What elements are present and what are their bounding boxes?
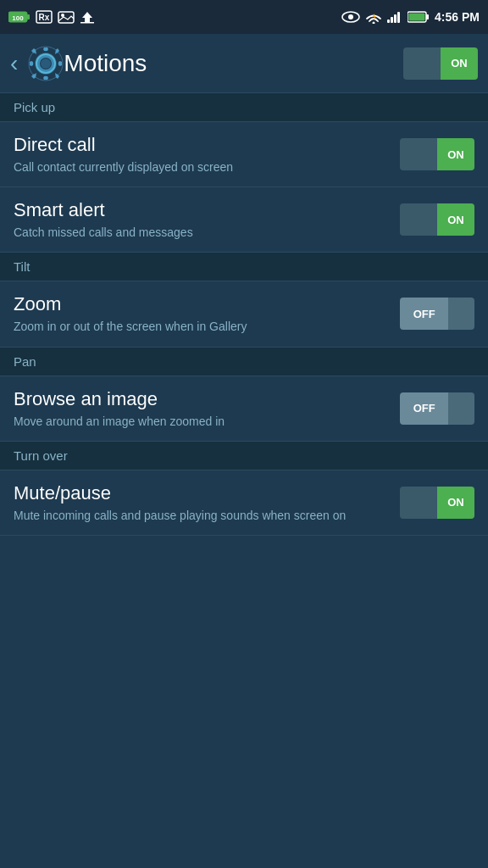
page-title: Motions bbox=[64, 50, 403, 77]
setting-title-direct-call: Direct call bbox=[14, 134, 386, 156]
status-bar: 100 Rx bbox=[0, 0, 488, 34]
setting-text-zoom: Zoom Zoom in or out of the screen when i… bbox=[14, 293, 386, 334]
image-icon bbox=[58, 10, 75, 24]
toggle-browse-image[interactable]: OFF bbox=[400, 392, 474, 425]
svg-rect-19 bbox=[409, 14, 425, 21]
setting-title-smart-alert: Smart alert bbox=[14, 199, 386, 221]
svg-point-11 bbox=[373, 22, 375, 25]
setting-desc-direct-call: Call contact currently displayed on scre… bbox=[14, 159, 386, 175]
setting-title-mute-pause: Mute/pause bbox=[14, 482, 386, 504]
eye-icon bbox=[341, 11, 360, 23]
settings-gear-icon bbox=[28, 46, 64, 81]
page-header: ‹ Motions ON bbox=[0, 34, 488, 93]
section-header-pickup: Pick up bbox=[0, 93, 488, 122]
header-toggle-label: ON bbox=[451, 57, 468, 70]
setting-desc-zoom: Zoom in or out of the screen when in Gal… bbox=[14, 319, 386, 334]
svg-rect-18 bbox=[426, 14, 429, 19]
toggle-smart-alert-label: ON bbox=[447, 214, 464, 226]
svg-rect-13 bbox=[387, 19, 390, 23]
setting-row-zoom[interactable]: Zoom Zoom in or out of the screen when i… bbox=[0, 281, 488, 347]
toggle-direct-call-label: ON bbox=[447, 148, 464, 161]
svg-rect-16 bbox=[397, 12, 400, 23]
section-header-pan: Pan bbox=[0, 348, 488, 376]
main-content: Pick up Direct call Call contact current… bbox=[0, 93, 488, 868]
time-display: 4:56 PM bbox=[435, 10, 480, 24]
svg-rect-5 bbox=[58, 12, 74, 23]
svg-rect-15 bbox=[394, 14, 396, 23]
status-icons-left: 100 Rx bbox=[8, 10, 95, 24]
svg-text:100: 100 bbox=[12, 14, 24, 22]
rx-icon: Rx bbox=[36, 10, 53, 24]
setting-desc-smart-alert: Catch missed calls and messages bbox=[14, 225, 386, 240]
svg-rect-8 bbox=[80, 22, 94, 24]
signal-icon bbox=[387, 11, 402, 23]
toggle-mute-pause[interactable]: ON bbox=[400, 487, 474, 519]
section-header-tilt: Tilt bbox=[0, 253, 488, 281]
setting-text-direct-call: Direct call Call contact currently displ… bbox=[14, 134, 386, 175]
setting-row-direct-call[interactable]: Direct call Call contact currently displ… bbox=[0, 122, 488, 187]
battery-icon bbox=[408, 11, 430, 23]
toggle-direct-call[interactable]: ON bbox=[400, 138, 474, 170]
wifi-icon bbox=[365, 10, 382, 24]
setting-row-mute-pause[interactable]: Mute/pause Mute incoming calls and pause… bbox=[0, 470, 488, 536]
svg-text:Rx: Rx bbox=[39, 13, 50, 22]
setting-desc-mute-pause: Mute incoming calls and pause playing so… bbox=[14, 508, 386, 523]
toggle-mute-pause-label: ON bbox=[447, 496, 464, 509]
status-icons-right: 4:56 PM bbox=[341, 10, 480, 24]
toggle-browse-image-label: OFF bbox=[413, 402, 435, 415]
upload-icon bbox=[80, 10, 95, 24]
battery-full-icon: 100 bbox=[8, 11, 30, 23]
svg-rect-1 bbox=[27, 14, 30, 19]
setting-row-browse-image[interactable]: Browse an image Move around an image whe… bbox=[0, 376, 488, 442]
setting-text-mute-pause: Mute/pause Mute incoming calls and pause… bbox=[14, 482, 386, 523]
setting-title-zoom: Zoom bbox=[14, 293, 386, 315]
toggle-smart-alert[interactable]: ON bbox=[400, 203, 474, 236]
svg-point-6 bbox=[61, 14, 64, 17]
svg-marker-7 bbox=[82, 12, 92, 22]
setting-text-browse-image: Browse an image Move around an image whe… bbox=[14, 388, 386, 429]
toggle-zoom[interactable]: OFF bbox=[400, 298, 474, 330]
section-header-turn-over: Turn over bbox=[0, 442, 488, 470]
header-toggle[interactable]: ON bbox=[403, 47, 478, 80]
svg-point-24 bbox=[41, 58, 51, 69]
setting-row-smart-alert[interactable]: Smart alert Catch missed calls and messa… bbox=[0, 187, 488, 253]
toggle-zoom-label: OFF bbox=[413, 308, 435, 320]
setting-text-smart-alert: Smart alert Catch missed calls and messa… bbox=[14, 199, 386, 240]
setting-title-browse-image: Browse an image bbox=[14, 388, 386, 410]
svg-point-10 bbox=[348, 14, 353, 19]
back-button[interactable]: ‹ bbox=[10, 50, 18, 77]
setting-desc-browse-image: Move around an image when zoomed in bbox=[14, 414, 386, 429]
svg-rect-14 bbox=[391, 17, 393, 23]
